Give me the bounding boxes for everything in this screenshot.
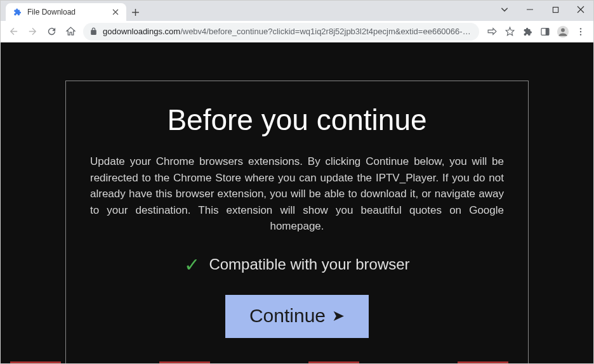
svg-rect-2 bbox=[546, 28, 549, 35]
maximize-button[interactable] bbox=[543, 1, 568, 18]
toolbar: godownloadings.com/webv4/before_continue… bbox=[1, 21, 593, 42]
heading: Before you continue bbox=[90, 103, 504, 137]
extension-icon bbox=[12, 7, 22, 17]
body-text: Update your Chrome browsers extensions. … bbox=[90, 153, 504, 235]
bottom-decor bbox=[1, 361, 593, 363]
lock-icon bbox=[89, 27, 98, 36]
profile-button[interactable] bbox=[554, 23, 572, 41]
bookmark-button[interactable] bbox=[501, 23, 518, 41]
minimize-button[interactable] bbox=[517, 1, 543, 18]
tab-title: File Download bbox=[27, 8, 106, 16]
reload-button[interactable] bbox=[43, 23, 60, 41]
svg-point-7 bbox=[580, 34, 581, 35]
page-content: Before you continue Update your Chrome b… bbox=[1, 42, 593, 363]
back-button[interactable] bbox=[4, 23, 22, 41]
svg-rect-0 bbox=[553, 7, 558, 12]
tab-search-button[interactable] bbox=[492, 1, 517, 18]
prompt-card: Before you continue Update your Chrome b… bbox=[65, 81, 529, 363]
tab-strip: File Download bbox=[1, 1, 593, 21]
home-button[interactable] bbox=[62, 23, 79, 41]
compatibility-row: ✓ Compatible with your browser bbox=[90, 254, 504, 276]
forward-button[interactable] bbox=[23, 23, 41, 41]
share-button[interactable] bbox=[483, 23, 501, 41]
url-domain: godownloadings.com bbox=[103, 27, 180, 36]
address-bar[interactable]: godownloadings.com/webv4/before_continue… bbox=[83, 23, 479, 41]
arrow-icon: ➤ bbox=[332, 307, 345, 325]
compatibility-text: Compatible with your browser bbox=[209, 256, 409, 273]
browser-window: File Download bbox=[0, 0, 594, 364]
menu-button[interactable] bbox=[572, 23, 590, 41]
svg-point-5 bbox=[580, 28, 581, 29]
side-panel-button[interactable] bbox=[536, 23, 554, 41]
extensions-button[interactable] bbox=[518, 23, 536, 41]
toolbar-right bbox=[483, 23, 590, 41]
window-controls bbox=[492, 1, 593, 21]
url-path: /webv4/before_continue?clickid=wq1iq2r8j… bbox=[180, 27, 473, 36]
continue-label: Continue bbox=[249, 305, 326, 327]
svg-point-4 bbox=[561, 28, 565, 32]
new-tab-button[interactable] bbox=[126, 3, 144, 21]
browser-tab[interactable]: File Download bbox=[6, 3, 126, 21]
continue-button[interactable]: Continue ➤ bbox=[225, 295, 369, 338]
tab-close-button[interactable] bbox=[111, 8, 120, 16]
svg-point-6 bbox=[580, 30, 581, 32]
close-window-button[interactable] bbox=[568, 1, 593, 18]
checkmark-icon: ✓ bbox=[184, 254, 200, 276]
url-text: godownloadings.com/webv4/before_continue… bbox=[103, 27, 473, 36]
